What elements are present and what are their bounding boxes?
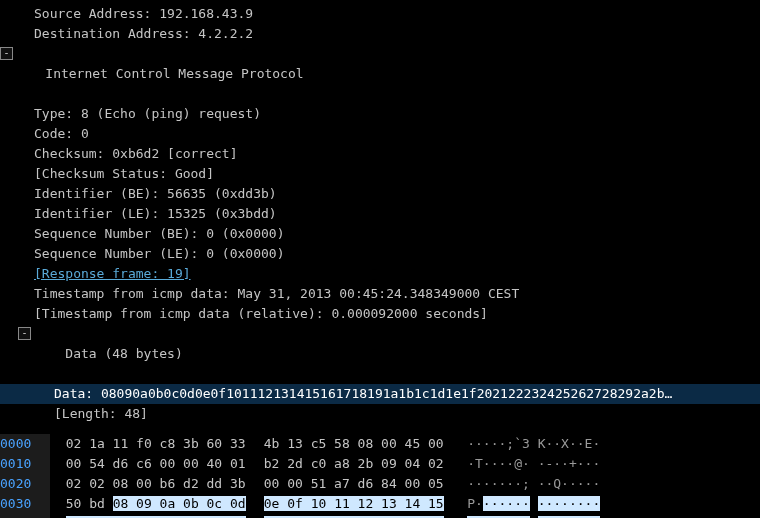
field-checksum-status[interactable]: [Checksum Status: Good]	[0, 164, 760, 184]
field-response-frame[interactable]: [Response frame: 19]	[0, 264, 760, 284]
field-type[interactable]: Type: 8 (Echo (ping) request)	[0, 104, 760, 124]
hex-row[interactable]: 0010 00 54 d6 c6 00 00 40 01b2 2d c0 a8 …	[0, 454, 760, 474]
field-checksum[interactable]: Checksum: 0xb6d2 [correct]	[0, 144, 760, 164]
field-code[interactable]: Code: 0	[0, 124, 760, 144]
field-data-bytes[interactable]: Data: 08090a0b0c0d0e0f101112131415161718…	[0, 384, 760, 404]
section-data[interactable]: -Data (48 bytes)	[0, 324, 760, 384]
hex-offset: 0000	[0, 436, 31, 451]
field-identifier-le[interactable]: Identifier (LE): 15325 (0x3bdd)	[0, 204, 760, 224]
field-seq-le[interactable]: Sequence Number (LE): 0 (0x0000)	[0, 244, 760, 264]
hex-row[interactable]: 0040 16 17 18 19 1a 1b 1c 1d1e 1f 20 21 …	[0, 514, 760, 518]
hex-offset: 0030	[0, 496, 31, 511]
field-timestamp-rel[interactable]: [Timestamp from icmp data (relative): 0.…	[0, 304, 760, 324]
hex-row[interactable]: 0020 02 02 08 00 b6 d2 dd 3b00 00 51 a7 …	[0, 474, 760, 494]
field-source-address[interactable]: Source Address: 192.168.43.9	[0, 4, 760, 24]
response-frame-link[interactable]: [Response frame: 19]	[34, 266, 191, 281]
collapse-icon[interactable]: -	[0, 47, 13, 60]
hex-row[interactable]: 0030 50 bd 08 09 0a 0b 0c 0d0e 0f 10 11 …	[0, 494, 760, 514]
hex-row[interactable]: 0000 02 1a 11 f0 c8 3b 60 334b 13 c5 58 …	[0, 434, 760, 454]
section-icmp[interactable]: -Internet Control Message Protocol	[0, 44, 760, 104]
field-data-length[interactable]: [Length: 48]	[0, 404, 760, 424]
field-seq-be[interactable]: Sequence Number (BE): 0 (0x0000)	[0, 224, 760, 244]
field-destination-address[interactable]: Destination Address: 4.2.2.2	[0, 24, 760, 44]
hex-offset: 0010	[0, 456, 31, 471]
collapse-icon[interactable]: -	[18, 327, 31, 340]
field-timestamp-abs[interactable]: Timestamp from icmp data: May 31, 2013 0…	[0, 284, 760, 304]
hex-offset: 0020	[0, 476, 31, 491]
field-identifier-be[interactable]: Identifier (BE): 56635 (0xdd3b)	[0, 184, 760, 204]
hex-dump[interactable]: 0000 02 1a 11 f0 c8 3b 60 334b 13 c5 58 …	[0, 430, 760, 518]
